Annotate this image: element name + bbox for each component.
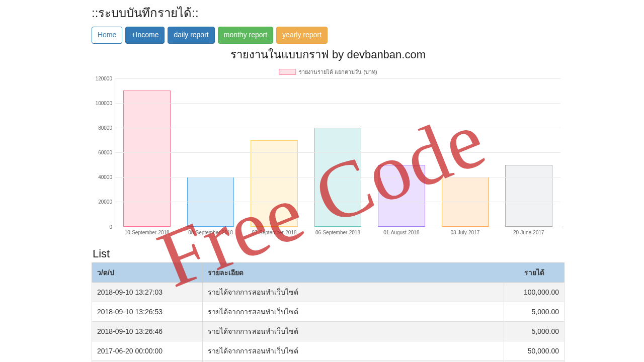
chart-bar <box>378 165 425 227</box>
nav-home-button[interactable]: Home <box>92 27 122 44</box>
nav-yearly-button[interactable]: yearly report <box>276 27 328 44</box>
chart-gridline <box>115 103 560 104</box>
nav-bar: Home +Income daily report monthy report … <box>92 27 565 44</box>
chart-gridline <box>115 152 560 153</box>
cell-detail: รายได้จากการสอนทำเว็บไซต์ <box>203 341 504 360</box>
chart-plot-area: 10-September-201808-September-201807-Sep… <box>115 78 560 227</box>
cell-income: 5,000.00 <box>504 321 565 341</box>
nav-monthly-button[interactable]: monthy report <box>218 27 273 44</box>
income-table: ว/ด/ป รายละเอียด รายได้ 2018-09-10 13:27… <box>92 262 565 362</box>
cell-date: 2017-06-20 00:00:00 <box>92 341 203 360</box>
chart-x-tick: 01-August-2018 <box>383 230 419 235</box>
chart-x-tick: 20-June-2017 <box>513 230 544 235</box>
legend-swatch-icon <box>279 69 296 75</box>
chart-y-tick: 100000 <box>93 100 115 106</box>
cell-income: 100,000.00 <box>504 282 565 302</box>
chart-x-tick: 10-September-2018 <box>125 230 170 235</box>
chart-bar <box>251 140 298 227</box>
nav-daily-button[interactable]: daily report <box>168 27 214 44</box>
chart-legend: รายงานรายได้ แยกตามวัน (บาท) <box>279 67 377 76</box>
chart-x-tick: 03-July-2017 <box>450 230 479 235</box>
chart-gridline <box>115 177 560 177</box>
chart-y-tick: 80000 <box>93 125 115 130</box>
col-date-header: ว/ด/ป <box>92 262 203 282</box>
cell-income: 50,000.00 <box>504 341 565 360</box>
chart-gridline <box>115 202 560 202</box>
cell-detail: รายได้จากการสอนทำเว็บไซต์ <box>203 321 504 341</box>
chart-y-tick: 120000 <box>93 75 115 81</box>
page-title: ::ระบบบันทึกรายได้:: <box>92 3 565 23</box>
col-income-header: รายได้ <box>504 262 565 282</box>
cell-date: 2018-09-10 13:27:03 <box>92 282 203 302</box>
cell-detail: รายได้จากการสอนทำเว็บไซต์ <box>203 282 504 302</box>
chart-y-tick: 0 <box>93 224 115 229</box>
legend-label: รายงานรายได้ แยกตามวัน (บาท) <box>299 67 377 76</box>
income-bar-chart: รายงานรายได้ แยกตามวัน (บาท) 10-Septembe… <box>92 66 565 241</box>
chart-x-tick: 08-September-2018 <box>188 230 233 235</box>
cell-income: 5,000.00 <box>504 302 565 321</box>
chart-gridline <box>115 78 560 79</box>
chart-bar <box>123 90 171 226</box>
chart-y-tick: 40000 <box>93 174 115 180</box>
nav-income-button[interactable]: +Income <box>125 27 165 44</box>
chart-y-tick: 20000 <box>93 199 115 205</box>
cell-date: 2018-09-10 13:26:53 <box>92 302 203 321</box>
chart-x-tick: 07-September-2018 <box>252 230 297 235</box>
list-title: List <box>93 247 565 260</box>
chart-gridline <box>115 128 560 128</box>
table-row: 2018-09-10 13:26:53รายได้จากการสอนทำเว็บ… <box>92 302 565 321</box>
cell-date: 2018-09-10 13:26:46 <box>92 321 203 341</box>
cell-detail: รายได้จากการสอนทำเว็บไซต์ <box>203 302 504 321</box>
chart-y-tick: 60000 <box>93 150 115 155</box>
table-row: 2018-09-10 13:27:03รายได้จากการสอนทำเว็บ… <box>92 282 565 302</box>
table-row: 2018-09-10 13:26:46รายได้จากการสอนทำเว็บ… <box>92 321 565 341</box>
col-detail-header: รายละเอียด <box>203 262 504 282</box>
chart-bar <box>505 165 552 227</box>
chart-x-tick: 06-September-2018 <box>315 230 360 235</box>
report-subtitle: รายงานในแบบกราฟ by devbanban.com <box>92 46 565 63</box>
table-row: 2017-06-20 00:00:00รายได้จากการสอนทำเว็บ… <box>92 341 565 360</box>
